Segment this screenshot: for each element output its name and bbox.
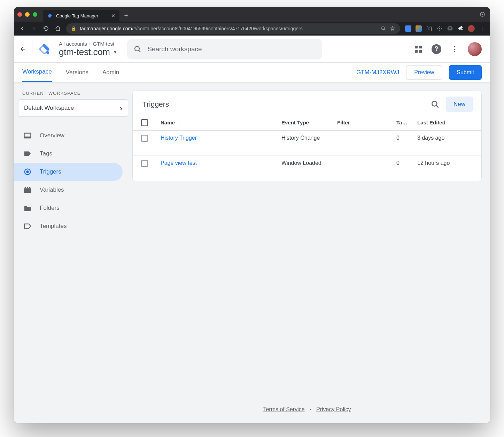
extension-icon[interactable] — [416, 25, 422, 32]
window-controls[interactable] — [17, 12, 37, 17]
browser-menu-icon[interactable]: ⋮ — [479, 25, 485, 32]
extension-icon[interactable]: {о} — [426, 25, 432, 32]
breadcrumb[interactable]: All accounts › GTM test — [59, 41, 117, 47]
maximize-window-icon[interactable] — [33, 12, 37, 17]
table-row[interactable]: Page view test Window Loaded 0 12 hours … — [133, 156, 481, 181]
url-field[interactable]: 🔒 tagmanager.google.com/#/container/acco… — [66, 23, 400, 34]
tab-bar: Google Tag Manager ✕ ＋ — [14, 7, 490, 22]
variables-icon — [23, 185, 32, 194]
sidebar: CURRENT WORKSPACE Default Workspace › Ov… — [14, 82, 132, 423]
extension-icon[interactable] — [405, 25, 411, 32]
zoom-icon[interactable] — [381, 26, 386, 31]
new-tab-button[interactable]: ＋ — [123, 11, 129, 20]
breadcrumb-leaf[interactable]: GTM test — [93, 41, 115, 47]
browser-tab[interactable]: Google Tag Manager ✕ — [43, 10, 119, 22]
svg-rect-15 — [24, 188, 31, 193]
browser-window: Google Tag Manager ✕ ＋ 🔒 tagmanager.goog… — [14, 7, 490, 423]
tab-versions[interactable]: Versions — [66, 63, 88, 82]
chevron-right-icon: › — [120, 104, 122, 112]
svg-rect-12 — [25, 134, 31, 137]
tab-overflow-icon[interactable] — [480, 12, 485, 17]
app-body: CURRENT WORKSPACE Default Workspace › Ov… — [14, 82, 490, 423]
table-header-row: Name ↑ Event Type Filter Ta… Last Edited — [133, 115, 481, 131]
back-button[interactable] — [14, 45, 31, 53]
google-apps-icon[interactable] — [413, 44, 424, 55]
trigger-tag-count: 0 — [396, 135, 417, 141]
column-tags[interactable]: Ta… — [396, 120, 417, 125]
preview-button[interactable]: Preview — [406, 65, 442, 80]
trigger-name-link[interactable]: Page view test — [161, 160, 281, 166]
separator: · — [310, 406, 311, 412]
terms-of-service-link[interactable]: Terms of Service — [263, 406, 304, 412]
tab-admin[interactable]: Admin — [102, 63, 119, 82]
workspace-selector[interactable]: Default Workspace › — [18, 99, 128, 117]
sidebar-item-variables[interactable]: Variables — [14, 181, 123, 199]
sidebar-item-tags[interactable]: Tags — [14, 145, 123, 163]
user-avatar[interactable] — [468, 42, 482, 56]
help-icon[interactable]: ? — [432, 44, 441, 54]
profile-icon[interactable] — [447, 25, 453, 32]
close-window-icon[interactable] — [17, 12, 22, 17]
header-title-block: All accounts › GTM test gtm-test.com ▼ — [59, 41, 117, 58]
nav-home-icon[interactable] — [54, 25, 61, 32]
triggers-card: Triggers New Name ↑ Event Type Fi — [132, 91, 482, 181]
lock-icon: 🔒 — [71, 26, 76, 31]
divider — [32, 41, 32, 58]
trigger-last-edited: 3 days ago — [417, 135, 473, 141]
tab-workspace[interactable]: Workspace — [22, 63, 52, 82]
svg-rect-17 — [27, 187, 28, 189]
minimize-window-icon[interactable] — [25, 12, 30, 17]
trigger-name-link[interactable]: History Trigger — [161, 135, 281, 141]
tab-title: Google Tag Manager — [56, 13, 98, 18]
sidebar-item-templates[interactable]: Templates — [14, 217, 123, 235]
sidebar-item-overview[interactable]: Overview — [14, 127, 123, 145]
select-all-checkbox[interactable] — [141, 119, 148, 126]
search-icon — [133, 45, 142, 53]
submit-button[interactable]: Submit — [449, 65, 482, 80]
overview-icon — [23, 131, 32, 140]
tab-close-icon[interactable]: ✕ — [111, 13, 115, 18]
extensions-puzzle-icon[interactable] — [457, 25, 464, 32]
table-row[interactable]: History Trigger History Change 0 3 days … — [133, 131, 481, 156]
folder-icon — [23, 204, 32, 213]
sub-nav: Workspace Versions Admin GTM-MJ2XRWJ Pre… — [14, 63, 490, 82]
card-header: Triggers New — [133, 91, 481, 115]
sidebar-item-folders[interactable]: Folders — [14, 199, 123, 217]
column-last-edited[interactable]: Last Edited — [417, 120, 473, 125]
nav-reload-icon[interactable] — [42, 25, 49, 32]
column-event-type[interactable]: Event Type — [281, 120, 337, 125]
new-trigger-button[interactable]: New — [446, 97, 473, 112]
trigger-event-type: Window Loaded — [281, 160, 337, 166]
current-workspace-label: CURRENT WORKSPACE — [14, 91, 132, 99]
row-checkbox[interactable] — [141, 160, 148, 167]
sidebar-item-label: Templates — [40, 223, 67, 230]
search-triggers-icon[interactable] — [431, 100, 440, 109]
header-actions: ? ⋮ — [413, 42, 482, 56]
more-menu-icon[interactable]: ⋮ — [449, 44, 460, 55]
dropdown-icon: ▼ — [113, 49, 118, 55]
search-input[interactable]: Search workspace — [127, 39, 322, 59]
sort-asc-icon: ↑ — [178, 120, 180, 125]
app-header: All accounts › GTM test gtm-test.com ▼ S… — [14, 36, 490, 63]
row-checkbox[interactable] — [141, 135, 148, 142]
svg-rect-18 — [29, 187, 31, 189]
svg-point-9 — [46, 51, 49, 54]
privacy-policy-link[interactable]: Privacy Policy — [316, 406, 351, 412]
extension-avatar-icon[interactable] — [468, 25, 475, 32]
chevron-right-icon: › — [89, 41, 91, 46]
gtm-logo-icon[interactable] — [37, 41, 52, 57]
sidebar-item-triggers[interactable]: Triggers — [14, 163, 123, 181]
container-selector[interactable]: gtm-test.com ▼ — [59, 47, 117, 58]
sidebar-nav: Overview Tags Triggers Variables Folders — [14, 127, 132, 235]
container-id-link[interactable]: GTM-MJ2XRWJ — [356, 69, 399, 76]
svg-point-19 — [432, 101, 437, 106]
nav-back-icon[interactable] — [19, 25, 26, 32]
column-filter[interactable]: Filter — [337, 120, 396, 125]
container-name: gtm-test.com — [59, 47, 110, 58]
trigger-icon — [23, 167, 32, 176]
extension-settings-icon[interactable] — [436, 25, 443, 32]
column-name[interactable]: Name ↑ — [161, 120, 281, 125]
bookmark-star-icon[interactable] — [390, 26, 395, 31]
breadcrumb-root[interactable]: All accounts — [59, 41, 87, 47]
svg-point-14 — [26, 170, 29, 173]
